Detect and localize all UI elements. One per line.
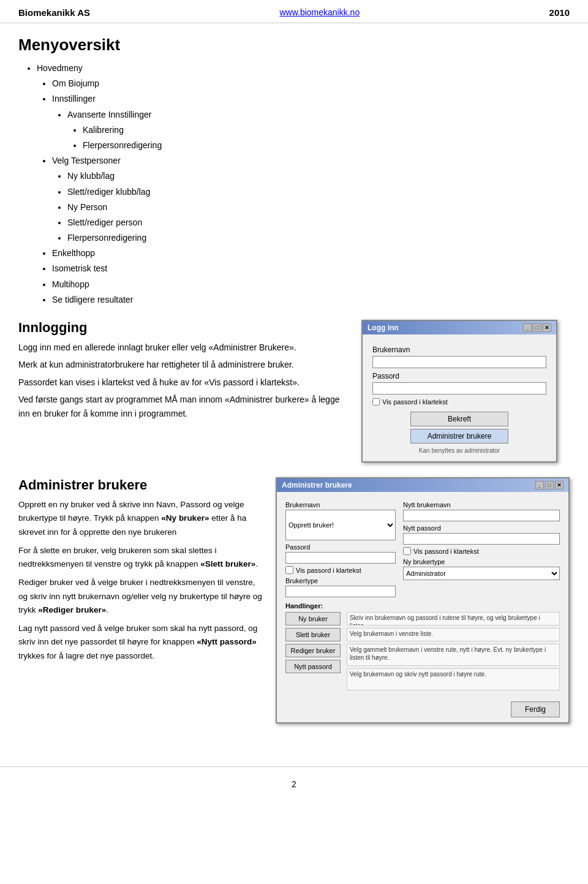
brukernavn-dropdown[interactable]: Opprett bruker! xyxy=(285,510,396,540)
menyoversikt-section: Menyoversikt Hovedmeny Om Biojump Innsti… xyxy=(18,36,570,308)
administrer-dialog-container: Administrer brukere _ □ ✕ Brukernavn Opp… xyxy=(276,477,570,723)
logg-inn-title: Logg inn xyxy=(368,323,399,332)
menu-sublist-3: Kalibrering Flerpersonredigering xyxy=(67,123,570,153)
list-item: Innstillinger Avanserte Innstillinger Ka… xyxy=(52,91,570,153)
innlogging-text: Innlogging Logg inn med en allerede innl… xyxy=(18,320,349,424)
list-item: Isometrisk test xyxy=(52,261,570,276)
maximize-button[interactable]: □ xyxy=(533,323,541,332)
logg-inn-dialog-container: Logg inn _ □ ✕ Brukernavn Passord Vis pa… xyxy=(361,320,570,463)
right-ny-brukertype-label: Ny brukertype xyxy=(403,558,560,565)
brukernavn-input[interactable] xyxy=(372,356,546,368)
passord-label: Passord xyxy=(372,372,546,380)
list-item: Om Biojump xyxy=(52,76,570,91)
right-nytt-brukernavn-label: Nytt brukernavn xyxy=(403,501,560,508)
right-vis-passord-row: Vis passord i klartekst xyxy=(403,547,560,555)
administrer-text: Administrer brukere Opprett en ny bruker… xyxy=(18,477,263,668)
passord-input[interactable] xyxy=(372,382,546,395)
slett-bruker-button[interactable]: Slett bruker xyxy=(285,628,341,641)
titlebar-buttons: _ □ ✕ xyxy=(523,323,551,332)
ny-bruker-note: Skriv inn brukernavn og passord i rutene… xyxy=(347,612,560,625)
ferdig-button[interactable]: Ferdig xyxy=(511,701,560,717)
administrer-brukere-button[interactable]: Administrer brukere xyxy=(410,429,508,444)
list-item: Se tidligere resultater xyxy=(52,292,570,308)
nytt-passord-button[interactable]: Nytt passord xyxy=(285,660,341,673)
rediger-bruker-button[interactable]: Rediger bruker xyxy=(285,644,341,657)
admin-minimize-button[interactable]: _ xyxy=(535,481,544,489)
vis-passord-row: Vis passord i klartekst xyxy=(372,398,546,406)
innlogging-desc2: Merk at kun administratorbrukere har ret… xyxy=(18,358,349,371)
admin-right-col: Nytt brukernavn Nytt passord Vis passord… xyxy=(403,498,560,597)
admin-footer: Ferdig xyxy=(277,697,568,722)
left-vis-passord-row: Vis passord i klartekst xyxy=(285,566,396,574)
page-number: 2 xyxy=(292,779,296,789)
action-buttons: Ny bruker Slett bruker Rediger bruker Ny… xyxy=(285,612,341,690)
administrer-titlebar: Administrer brukere _ □ ✕ xyxy=(277,478,568,492)
admin-fields: Brukernavn Opprett bruker! Passord Vis p… xyxy=(285,498,560,597)
administrer-dialog: Administrer brukere _ □ ✕ Brukernavn Opp… xyxy=(276,477,570,723)
list-item: Ny klubb/lag xyxy=(67,168,570,184)
right-nytt-brukernavn-input[interactable] xyxy=(403,510,560,521)
close-button[interactable]: ✕ xyxy=(543,323,551,332)
menu-list: Hovedmeny Om Biojump Innstillinger Avans… xyxy=(18,61,570,308)
list-item: Kalibrering xyxy=(83,123,570,138)
action-notes: Skriv inn brukernavn og passord i rutene… xyxy=(347,612,560,690)
page-footer: 2 xyxy=(0,766,588,801)
vis-passord-checkbox[interactable] xyxy=(372,398,380,406)
dialog-buttons: Bekreft Administrer brukere Kan benyttes… xyxy=(372,412,546,454)
administrer-desc4: Lag nytt passord ved å velge bruker som … xyxy=(18,622,263,663)
administrer-desc3: Rediger bruker ved å velge bruker i nedt… xyxy=(18,576,263,617)
left-passord-input[interactable] xyxy=(285,552,396,564)
list-item: Slett/rediger person xyxy=(67,215,570,230)
menu-sublist-2: Avanserte Innstillinger Kalibrering Fler… xyxy=(52,107,570,154)
admin-titlebar-buttons: _ □ ✕ xyxy=(535,481,564,489)
admin-dialog-body: Brukernavn Opprett bruker! Passord Vis p… xyxy=(277,492,568,697)
list-item: Flerpersonredigering xyxy=(83,138,570,153)
left-vis-passord-label: Vis passord i klartekst xyxy=(296,567,361,574)
year: 2010 xyxy=(549,7,570,18)
minimize-button[interactable]: _ xyxy=(523,323,532,332)
innlogging-desc3: Passordet kan vises i klartekst ved å hu… xyxy=(18,376,349,389)
menyoversikt-title: Menyoversikt xyxy=(18,36,570,55)
list-item: Avanserte Innstillinger Kalibrering Fler… xyxy=(67,107,570,154)
handlinger-label: Handlinger: xyxy=(285,602,560,610)
administrer-title: Administrer brukere xyxy=(18,477,263,493)
vis-passord-label: Vis passord i klartekst xyxy=(382,398,448,406)
left-vis-passord-checkbox[interactable] xyxy=(285,566,293,574)
menu-sublist: Om Biojump Innstillinger Avanserte Innst… xyxy=(37,76,570,308)
ny-brukertype-dropdown[interactable]: Administrator xyxy=(403,567,560,580)
right-nytt-passord-input[interactable] xyxy=(403,533,560,545)
ny-bruker-button[interactable]: Ny bruker xyxy=(285,612,341,625)
main-content: Menyoversikt Hovedmeny Om Biojump Innsti… xyxy=(0,23,588,748)
right-vis-passord-checkbox[interactable] xyxy=(403,547,411,555)
website-link[interactable]: www.biomekanikk.no xyxy=(279,7,360,17)
administrer-desc1: Opprett en ny bruker ved å skrive inn Na… xyxy=(18,498,263,539)
left-brukernavn-label: Brukernavn xyxy=(285,501,396,508)
bekreft-button[interactable]: Bekreft xyxy=(410,412,508,426)
innlogging-desc1: Logg inn med en allerede innlagt bruker … xyxy=(18,341,349,354)
nytt-passord-note: Velg brukernavn og skriv nytt passord i … xyxy=(347,668,560,690)
admin-note: Kan benyttes av administrator xyxy=(419,447,500,454)
right-vis-passord-label: Vis passord i klartekst xyxy=(413,548,479,555)
brukernavn-label: Brukernavn xyxy=(372,346,546,354)
list-item: Flerpersonredigering xyxy=(67,230,570,246)
logg-inn-titlebar: Logg inn _ □ ✕ xyxy=(363,321,556,334)
administrer-dialog-title: Administrer brukere xyxy=(282,481,352,489)
admin-close-button[interactable]: ✕ xyxy=(555,481,564,489)
list-item: Slett/rediger klubb/lag xyxy=(67,184,570,200)
list-item: Multihopp xyxy=(52,277,570,292)
company-name: Biomekanikk AS xyxy=(18,7,90,18)
left-brukertype-label: Brukertype xyxy=(285,577,396,584)
innlogging-desc4: Ved første gangs start av programmet MÅ … xyxy=(18,393,349,420)
admin-left-col: Brukernavn Opprett bruker! Passord Vis p… xyxy=(285,498,396,597)
admin-maximize-button[interactable]: □ xyxy=(545,481,554,489)
innlogging-title: Innlogging xyxy=(18,320,349,336)
left-brukertype-input[interactable] xyxy=(285,586,396,597)
right-nytt-passord-label: Nytt passord xyxy=(403,524,560,532)
list-item: Velg Testpersoner Ny klubb/lag Slett/red… xyxy=(52,153,570,246)
menu-sublist-2: Ny klubb/lag Slett/rediger klubb/lag Ny … xyxy=(52,168,570,246)
list-item-ny-person: Ny Person xyxy=(67,200,570,215)
administrer-desc2: For å slette en bruker, velg brukeren so… xyxy=(18,544,263,572)
list-item: Hovedmeny Om Biojump Innstillinger Avans… xyxy=(37,61,570,308)
rediger-bruker-note: Velg gammelt brukernavn i venstre rute, … xyxy=(347,644,560,666)
logg-inn-dialog: Logg inn _ □ ✕ Brukernavn Passord Vis pa… xyxy=(361,320,557,463)
